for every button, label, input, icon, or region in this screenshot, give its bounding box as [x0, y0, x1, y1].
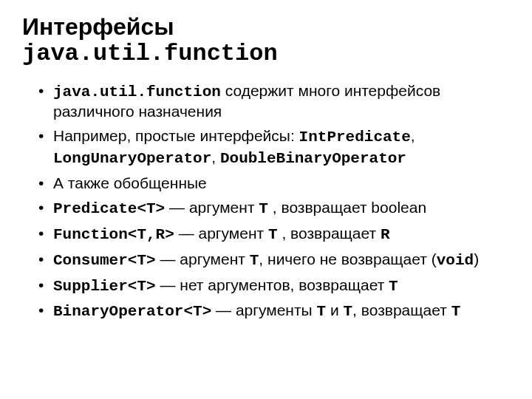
code-span: T: [389, 278, 398, 295]
code-span: Predicate<T>: [53, 200, 165, 217]
code-span: T: [343, 303, 352, 320]
list-item: java.util.function содержит много интерф…: [53, 81, 510, 123]
text-span: — аргумент: [165, 199, 259, 216]
list-item: Например, простые интерфейсы: IntPredica…: [53, 126, 510, 169]
code-span: java.util.function: [53, 83, 221, 100]
text-span: Например, простые интерфейсы:: [53, 127, 299, 144]
list-item: BinaryOperator<T> — аргументы T и T, воз…: [53, 301, 510, 322]
list-item: Consumer<T> — аргумент T, ничего не возв…: [53, 250, 510, 271]
text-span: ,: [411, 127, 415, 144]
list-item: Function<T,R> — аргумент T , возвращает …: [53, 224, 510, 245]
code-span: T: [259, 200, 268, 217]
code-span: Function<T,R>: [53, 226, 174, 243]
code-span: T: [250, 252, 259, 269]
list-item: Predicate<T> — аргумент T , возвращает b…: [53, 198, 510, 219]
text-span: — нет аргументов, возвращает: [156, 276, 389, 293]
code-span: IntPredicate: [299, 129, 411, 146]
code-span: Consumer<T>: [53, 252, 156, 269]
slide-title-line1: Интерфейсы: [22, 13, 510, 41]
code-span: T: [451, 303, 461, 320]
code-span: BinaryOperator<T>: [53, 303, 211, 320]
text-span: , возвращает: [278, 225, 381, 242]
text-span: , ничего не возвращает (: [259, 250, 436, 267]
code-span: DoubleBinaryOperator: [220, 150, 406, 167]
list-item: А также обобщенные: [53, 174, 510, 194]
text-span: ,: [211, 149, 220, 166]
code-span: T: [316, 303, 326, 320]
code-span: T: [268, 226, 278, 243]
text-span: А также обобщенные: [53, 174, 207, 191]
text-span: и: [326, 301, 343, 318]
text-span: — аргумент: [174, 225, 268, 242]
text-span: ): [474, 250, 479, 267]
list-item: Supplier<T> — нет аргументов, возвращает…: [53, 276, 510, 297]
text-span: , возвращает boolean: [268, 199, 426, 216]
text-span: , возвращает: [352, 301, 451, 318]
slide-title-line2: java.util.function: [22, 41, 510, 68]
text-span: — аргументы: [211, 301, 316, 318]
code-span: Supplier<T>: [53, 278, 156, 295]
code-span: void: [437, 252, 474, 269]
bullet-list: java.util.function содержит много интерф…: [22, 81, 510, 323]
code-span: R: [381, 226, 390, 243]
text-span: — аргумент: [156, 250, 250, 267]
code-span: LongUnaryOperator: [53, 150, 211, 167]
